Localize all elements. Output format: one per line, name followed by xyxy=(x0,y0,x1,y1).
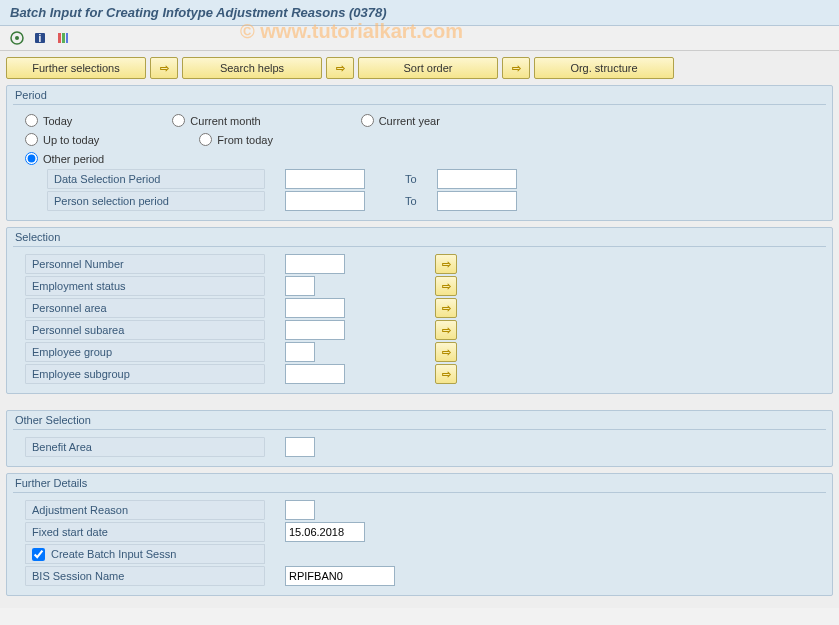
divider xyxy=(13,429,826,430)
radio-other-period[interactable]: Other period xyxy=(25,152,104,165)
radio-from-today[interactable]: From today xyxy=(199,133,273,146)
search-helps-arrow-button[interactable]: ⇨ xyxy=(150,57,178,79)
person-selection-period-label: Person selection period xyxy=(47,191,265,211)
person-selection-period-to-input[interactable] xyxy=(437,191,517,211)
search-helps-button[interactable]: Search helps xyxy=(182,57,322,79)
fixed-start-date-input[interactable] xyxy=(285,522,365,542)
personnel-number-multi-button[interactable]: ⇨ xyxy=(435,254,457,274)
further-selections-button[interactable]: Further selections xyxy=(6,57,146,79)
bis-session-name-input[interactable] xyxy=(285,566,395,586)
create-batch-input-label: Create Batch Input Sessn xyxy=(51,548,176,560)
org-structure-button[interactable]: Org. structure xyxy=(534,57,674,79)
benefit-area-input[interactable] xyxy=(285,437,315,457)
employment-status-multi-button[interactable]: ⇨ xyxy=(435,276,457,296)
org-structure-arrow-button[interactable]: ⇨ xyxy=(502,57,530,79)
arrow-right-icon: ⇨ xyxy=(439,367,453,381)
arrow-right-icon: ⇨ xyxy=(509,61,523,75)
sort-order-button[interactable]: Sort order xyxy=(358,57,498,79)
employee-subgroup-multi-button[interactable]: ⇨ xyxy=(435,364,457,384)
execute-icon[interactable] xyxy=(8,29,26,47)
to-label: To xyxy=(405,195,417,207)
radio-up-to-today-input[interactable] xyxy=(25,133,38,146)
org-structure-label: Org. structure xyxy=(570,62,637,74)
employee-subgroup-input[interactable] xyxy=(285,364,345,384)
employee-group-multi-button[interactable]: ⇨ xyxy=(435,342,457,362)
adjustment-reason-input[interactable] xyxy=(285,500,315,520)
svg-rect-4 xyxy=(58,33,61,43)
other-selection-title: Other Selection xyxy=(7,411,832,426)
sort-order-label: Sort order xyxy=(404,62,453,74)
adjustment-reason-label: Adjustment Reason xyxy=(25,500,265,520)
divider xyxy=(13,104,826,105)
radio-today-input[interactable] xyxy=(25,114,38,127)
arrow-right-icon: ⇨ xyxy=(439,323,453,337)
other-selection-groupbox: Other Selection Benefit Area xyxy=(6,410,833,467)
arrow-right-icon: ⇨ xyxy=(439,345,453,359)
radio-today[interactable]: Today xyxy=(25,114,72,127)
radio-up-to-today[interactable]: Up to today xyxy=(25,133,99,146)
employment-status-label: Employment status xyxy=(25,276,265,296)
radio-current-month[interactable]: Current month xyxy=(172,114,260,127)
personnel-area-input[interactable] xyxy=(285,298,345,318)
arrow-right-icon: ⇨ xyxy=(333,61,347,75)
selection-groupbox: Selection Personnel Number ⇨ Employment … xyxy=(6,227,833,394)
svg-point-1 xyxy=(15,36,19,40)
to-label: To xyxy=(405,173,417,185)
svg-rect-5 xyxy=(62,33,65,43)
personnel-subarea-input[interactable] xyxy=(285,320,345,340)
employee-group-input[interactable] xyxy=(285,342,315,362)
employee-subgroup-label: Employee subgroup xyxy=(25,364,265,384)
arrow-right-icon: ⇨ xyxy=(439,301,453,315)
search-helps-label: Search helps xyxy=(220,62,284,74)
personnel-subarea-multi-button[interactable]: ⇨ xyxy=(435,320,457,340)
radio-current-year[interactable]: Current year xyxy=(361,114,440,127)
period-title: Period xyxy=(7,86,832,101)
further-selections-label: Further selections xyxy=(32,62,119,74)
data-selection-period-label: Data Selection Period xyxy=(47,169,265,189)
radio-other-period-input[interactable] xyxy=(25,152,38,165)
arrow-right-icon: ⇨ xyxy=(439,279,453,293)
svg-rect-6 xyxy=(66,33,68,43)
radio-current-month-input[interactable] xyxy=(172,114,185,127)
selection-title: Selection xyxy=(7,228,832,243)
employment-status-input[interactable] xyxy=(285,276,315,296)
create-batch-input-checkbox[interactable] xyxy=(32,548,45,561)
sort-order-arrow-button[interactable]: ⇨ xyxy=(326,57,354,79)
svg-text:i: i xyxy=(39,33,42,44)
bis-session-name-label: BIS Session Name xyxy=(25,566,265,586)
arrow-right-icon: ⇨ xyxy=(439,257,453,271)
further-details-groupbox: Further Details Adjustment Reason Fixed … xyxy=(6,473,833,596)
further-details-title: Further Details xyxy=(7,474,832,489)
personnel-area-label: Personnel area xyxy=(25,298,265,318)
display-icon[interactable] xyxy=(54,29,72,47)
personnel-number-label: Personnel Number xyxy=(25,254,265,274)
divider xyxy=(13,492,826,493)
divider xyxy=(13,246,826,247)
employee-group-label: Employee group xyxy=(25,342,265,362)
content-area: Further selections ⇨ Search helps ⇨ Sort… xyxy=(0,51,839,608)
data-selection-period-from-input[interactable] xyxy=(285,169,365,189)
page-title: Batch Input for Creating Infotype Adjust… xyxy=(10,5,829,20)
fixed-start-date-label: Fixed start date xyxy=(25,522,265,542)
page-header: Batch Input for Creating Infotype Adjust… xyxy=(0,0,839,26)
create-batch-input-wrap[interactable]: Create Batch Input Sessn xyxy=(25,544,265,564)
period-groupbox: Period Today Current month Current year … xyxy=(6,85,833,221)
personnel-number-input[interactable] xyxy=(285,254,345,274)
person-selection-period-from-input[interactable] xyxy=(285,191,365,211)
radio-from-today-input[interactable] xyxy=(199,133,212,146)
data-selection-period-to-input[interactable] xyxy=(437,169,517,189)
personnel-subarea-label: Personnel subarea xyxy=(25,320,265,340)
info-icon[interactable]: i xyxy=(31,29,49,47)
personnel-area-multi-button[interactable]: ⇨ xyxy=(435,298,457,318)
benefit-area-label: Benefit Area xyxy=(25,437,265,457)
arrow-right-icon: ⇨ xyxy=(157,61,171,75)
button-toolbar: Further selections ⇨ Search helps ⇨ Sort… xyxy=(6,57,833,79)
radio-current-year-input[interactable] xyxy=(361,114,374,127)
icon-toolbar: i xyxy=(0,26,839,51)
